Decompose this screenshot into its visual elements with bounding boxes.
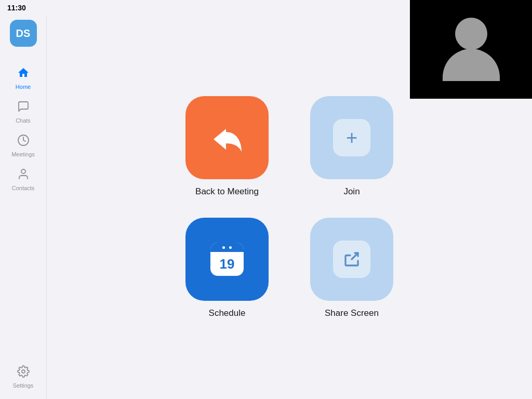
calendar-icon: 19: [210, 243, 244, 276]
join-button[interactable]: +: [310, 96, 393, 179]
share-screen-button[interactable]: [310, 218, 393, 301]
meetings-label: Meetings: [11, 151, 35, 157]
chats-icon: [17, 100, 30, 116]
user-avatar[interactable]: DS: [10, 20, 37, 47]
camera-preview: [410, 0, 532, 99]
share-screen-item[interactable]: Share Screen: [310, 218, 393, 318]
chats-label: Chats: [16, 117, 31, 124]
sidebar-item-chats[interactable]: Chats: [3, 96, 44, 128]
sidebar: DS Home Chats Meetings: [0, 0, 47, 399]
schedule-label: Schedule: [209, 308, 246, 318]
action-grid: Back to Meeting + Join: [175, 86, 404, 329]
contacts-label: Contacts: [12, 185, 34, 191]
sidebar-item-meetings[interactable]: Meetings: [3, 130, 44, 162]
back-to-meeting-item[interactable]: Back to Meeting: [185, 96, 269, 197]
share-icon: [342, 250, 361, 269]
svg-point-2: [22, 370, 25, 373]
status-time: 11:30: [7, 4, 26, 12]
sidebar-item-settings[interactable]: Settings: [3, 365, 44, 389]
person-head: [455, 18, 487, 50]
contacts-icon: [17, 168, 30, 183]
svg-point-1: [21, 169, 25, 174]
schedule-button[interactable]: 19: [185, 218, 269, 301]
sidebar-item-home[interactable]: Home: [3, 62, 44, 94]
settings-label: Settings: [13, 382, 34, 389]
settings-icon: [17, 365, 30, 381]
plus-icon: +: [346, 128, 357, 148]
sidebar-item-contacts[interactable]: Contacts: [3, 164, 44, 195]
join-label: Join: [343, 187, 360, 197]
share-wrapper: [333, 241, 370, 278]
meetings-icon: [17, 134, 30, 150]
person-body: [443, 49, 500, 81]
back-to-meeting-label: Back to Meeting: [195, 187, 259, 197]
share-screen-label: Share Screen: [325, 308, 379, 318]
join-item[interactable]: + Join: [310, 96, 393, 197]
svg-line-3: [352, 253, 358, 259]
reply-icon: [206, 119, 248, 156]
home-label: Home: [16, 84, 31, 90]
schedule-item[interactable]: 19 Schedule: [185, 218, 269, 318]
person-placeholder: [443, 18, 500, 81]
home-icon: [17, 66, 30, 82]
back-to-meeting-button[interactable]: [185, 96, 269, 179]
plus-wrapper: +: [333, 119, 370, 156]
